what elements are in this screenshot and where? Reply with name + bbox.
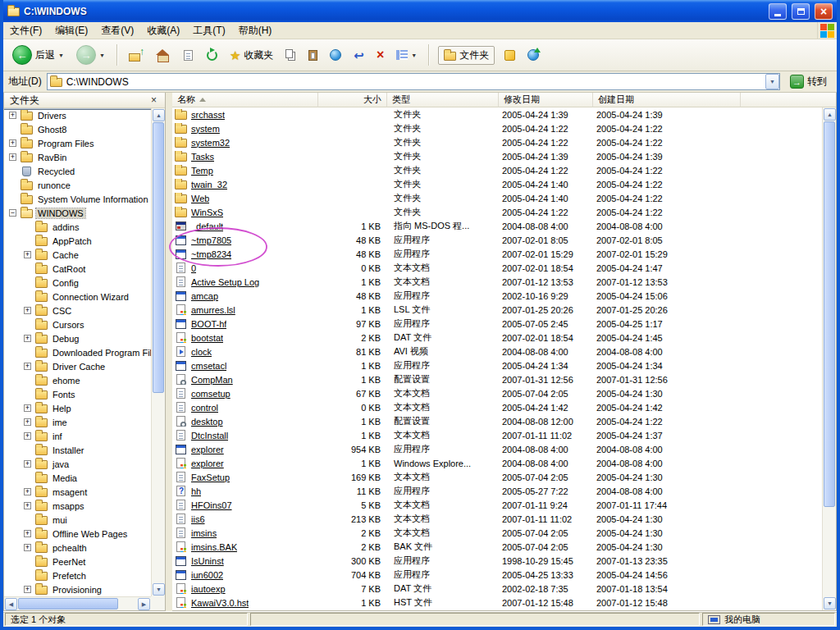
favorites-button[interactable]: ★ 收藏夹 — [227, 46, 276, 65]
file-row[interactable]: ~tmp780548 KB应用程序2007-02-01 8:052007-02-… — [172, 233, 822, 247]
tree-item[interactable]: +Program Files — [4, 136, 151, 150]
tree-item[interactable]: +ime — [4, 415, 151, 429]
file-name[interactable]: ~tmp7805 — [191, 235, 231, 245]
file-row[interactable]: Active Setup Log1 KB文本文档2007-01-12 13:53… — [172, 275, 822, 289]
file-row[interactable]: KawaiV3.0.hst1 KBHST 文件2007-01-12 15:482… — [172, 596, 822, 609]
tree-item[interactable]: +Offline Web Pages — [4, 527, 151, 541]
back-dropdown-icon[interactable]: ▼ — [58, 52, 64, 58]
file-row[interactable]: control0 KB文本文档2005-04-24 1:422005-04-24… — [172, 400, 822, 414]
tree-item[interactable]: +RavBin — [4, 150, 151, 164]
tree-item[interactable]: ehome — [4, 373, 151, 387]
file-name[interactable]: 0 — [191, 263, 196, 273]
close-button[interactable]: × — [815, 3, 833, 20]
file-row[interactable]: bootstat2 KBDAT 文件2007-02-01 18:542005-0… — [172, 331, 822, 345]
file-row[interactable]: srchasst文件夹2005-04-24 1:392005-04-24 1:3… — [172, 107, 822, 121]
file-row[interactable]: clock81 KBAVI 视频2004-08-08 4:002004-08-0… — [172, 345, 822, 358]
file-name[interactable]: Web — [191, 194, 209, 203]
file-name[interactable]: amurres.lsl — [191, 305, 235, 315]
tree-expand-toggle[interactable]: + — [24, 432, 31, 440]
folders-pane-close-button[interactable]: × — [148, 94, 159, 106]
tree-item[interactable]: Config — [4, 276, 151, 290]
tree-item[interactable]: Cursors — [4, 317, 151, 331]
tree-expand-toggle[interactable]: + — [24, 251, 31, 258]
back-button[interactable]: ← 后退 ▼ — [10, 43, 66, 66]
tree-horizontal-scrollbar[interactable]: ◀ ▶ — [4, 596, 151, 610]
file-name[interactable]: IsUninst — [191, 556, 224, 566]
file-name[interactable]: explorer — [191, 445, 224, 454]
tree-item[interactable]: addins — [4, 220, 151, 234]
file-name[interactable]: imsins — [191, 528, 217, 538]
file-name[interactable]: DtcInstall — [191, 431, 228, 441]
scroll-left-button[interactable]: ◀ — [5, 598, 17, 610]
tree-item[interactable]: +inf — [4, 429, 151, 443]
extra-tool-button-1[interactable] — [502, 48, 518, 63]
scroll-right-button[interactable]: ▶ — [138, 598, 150, 610]
tree-item[interactable]: runonce — [4, 178, 151, 192]
internet-button[interactable] — [327, 47, 344, 63]
tree-item[interactable]: Installer — [4, 443, 151, 457]
tree-item[interactable]: +Debug — [4, 331, 151, 345]
file-name[interactable]: srchasst — [191, 110, 225, 120]
paste-button[interactable] — [306, 48, 320, 63]
menu-item[interactable]: 编辑(E) — [48, 22, 94, 39]
extra-tool-button-2[interactable] — [525, 47, 541, 63]
undo-button[interactable]: ↩ — [351, 47, 367, 64]
file-row[interactable]: BOOT-hf97 KB应用程序2005-07-05 2:452005-04-2… — [172, 317, 822, 331]
file-row[interactable]: FaxSetup169 KB文本文档2005-07-04 2:052005-04… — [172, 470, 822, 484]
tree-item[interactable]: +Help — [4, 401, 151, 415]
file-name[interactable]: WinSxS — [191, 208, 223, 217]
file-name[interactable]: Tasks — [191, 152, 214, 162]
tree-item[interactable]: Downloaded Program Files — [4, 345, 151, 359]
minimize-button[interactable] — [769, 3, 787, 20]
tree-item[interactable]: Connection Wizard — [4, 290, 151, 304]
forward-button[interactable]: → ▼ — [74, 43, 107, 66]
file-row[interactable]: DtcInstall1 KB文本文档2007-01-11 11:022005-0… — [172, 428, 822, 442]
scroll-up-button[interactable]: ▲ — [824, 108, 836, 121]
tree-item[interactable]: +Provisioning — [4, 582, 151, 596]
tree-item[interactable]: +Drivers — [4, 108, 151, 122]
file-name[interactable]: cmsetacl — [191, 361, 226, 371]
file-row[interactable]: _default1 KB指向 MS-DOS 程...2004-08-08 4:0… — [172, 219, 822, 233]
file-row[interactable]: iautoexp7 KBDAT 文件2002-02-18 7:352007-01… — [172, 582, 822, 596]
file-name[interactable]: system32 — [191, 138, 230, 148]
views-button[interactable]: ▼ — [394, 48, 419, 62]
file-name[interactable]: explorer — [191, 459, 224, 468]
tree-expand-toggle[interactable]: + — [24, 404, 31, 412]
tree-expand-toggle[interactable]: + — [24, 502, 31, 509]
tree-item[interactable]: Recycled — [4, 164, 151, 178]
file-row[interactable]: ~tmp823448 KB应用程序2007-02-01 15:292007-02… — [172, 247, 822, 261]
refresh-button[interactable] — [204, 48, 220, 63]
tree-item[interactable]: +Driver Cache — [4, 359, 151, 373]
scroll-thumb[interactable] — [18, 598, 118, 609]
file-row[interactable]: imsins2 KB文本文档2005-07-04 2:052005-04-24 … — [172, 526, 822, 540]
home-button[interactable] — [153, 47, 172, 63]
tree-expand-toggle[interactable]: + — [24, 307, 31, 314]
column-header-modified[interactable]: 修改日期 — [499, 93, 593, 107]
file-name[interactable]: twain_32 — [191, 180, 227, 189]
tree-item[interactable]: Media — [4, 471, 151, 485]
file-name[interactable]: bootstat — [191, 333, 223, 343]
file-row[interactable]: Web文件夹2005-04-24 1:402005-04-24 1:22 — [172, 191, 822, 205]
menu-item[interactable]: 工具(T) — [186, 22, 231, 39]
column-header-type[interactable]: 类型 — [387, 93, 499, 107]
file-row[interactable]: CompMan1 KB配置设置2007-01-31 12:562007-01-3… — [172, 372, 822, 386]
file-name[interactable]: hh — [191, 486, 201, 496]
list-vertical-scrollbar[interactable]: ▲ ▼ — [822, 107, 836, 610]
file-name[interactable]: iis6 — [191, 514, 205, 524]
file-row[interactable]: 00 KB文本文档2007-02-01 18:542005-04-24 1:47 — [172, 261, 822, 275]
file-row[interactable]: iis6213 KB文本文档2007-01-11 11:022005-04-24… — [172, 512, 822, 526]
file-name[interactable]: Active Setup Log — [191, 277, 259, 287]
file-row[interactable]: imsins.BAK2 KBBAK 文件2005-07-04 2:052005-… — [172, 540, 822, 554]
scroll-thumb[interactable] — [824, 121, 835, 507]
file-row[interactable]: amcap48 KB应用程序2002-10-16 9:292005-04-24 … — [172, 289, 822, 303]
tree-expand-toggle[interactable]: + — [24, 335, 31, 342]
column-header-created[interactable]: 创建日期 — [593, 93, 741, 107]
scroll-thumb[interactable] — [153, 122, 164, 393]
file-row[interactable]: system文件夹2005-04-24 1:222005-04-24 1:22 — [172, 121, 822, 135]
tree-item[interactable]: +java — [4, 457, 151, 471]
file-name[interactable]: iun6002 — [191, 570, 223, 580]
menu-item[interactable]: 收藏(A) — [140, 22, 186, 39]
file-name[interactable]: iautoexp — [191, 584, 226, 594]
tree-expand-toggle[interactable]: + — [24, 460, 31, 468]
file-row[interactable]: HFOins075 KB文本文档2007-01-11 9:242007-01-1… — [172, 498, 822, 512]
